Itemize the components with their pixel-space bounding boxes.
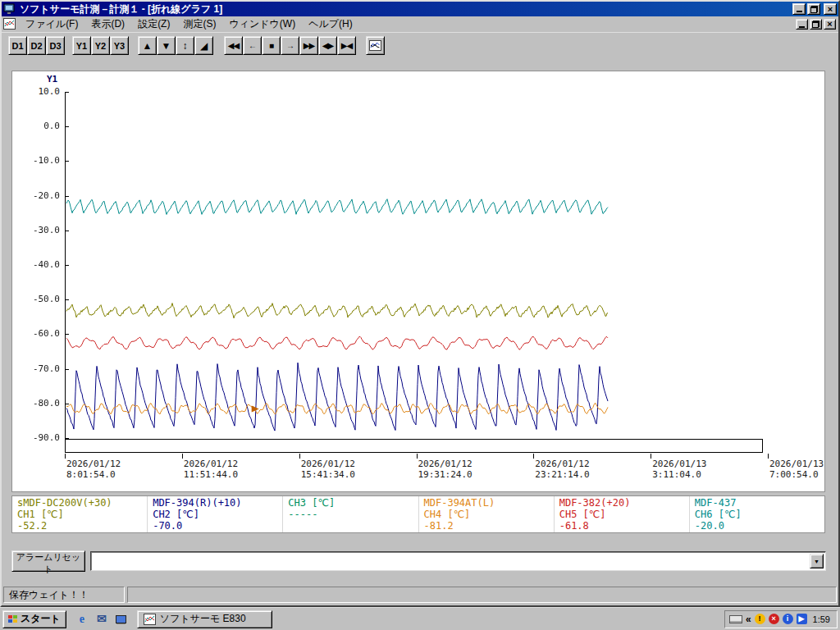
restore-icon <box>810 6 818 13</box>
mini-graph-icon <box>369 40 381 51</box>
menu-window[interactable]: ウィンドウ(W) <box>222 16 302 34</box>
legend-channel-ch3: CH3 [℃]----- <box>283 496 418 532</box>
legend-channel-ch6: MDF-437CH6 [℃]-20.0 <box>690 496 824 532</box>
chevron-down-icon: ▼ <box>814 559 819 564</box>
mdi-minimize-icon <box>799 26 805 28</box>
menu-measure[interactable]: 測定(S) <box>176 16 222 34</box>
tray-icons: «!×i▶ <box>729 614 807 625</box>
y2-button[interactable]: Y2 <box>91 36 110 55</box>
mdi-restore-button[interactable] <box>810 19 822 30</box>
y-axis-tick-label: -60.0 <box>16 328 60 339</box>
security-alert-icon[interactable]: × <box>769 614 779 624</box>
start-label: スタート <box>21 612 61 626</box>
mdi-close-button[interactable]: × <box>824 19 836 30</box>
mdi-restore-icon <box>812 21 819 28</box>
y3-button[interactable]: Y3 <box>110 36 129 55</box>
auto-scale-button[interactable]: ◢ <box>194 36 213 55</box>
system-tray: «!×i▶ 1:59 <box>724 610 838 628</box>
x-axis-tick-label: 2026/01/1215:41:34.0 <box>301 459 355 480</box>
app-icon <box>3 3 16 15</box>
stop-button[interactable]: ■ <box>262 36 281 55</box>
internet-explorer-icon[interactable]: e <box>73 610 91 628</box>
y-axis-label: Y1 <box>47 74 57 84</box>
alarm-combobox[interactable]: ▼ <box>90 551 826 571</box>
y-axis-tick-label: -80.0 <box>16 398 60 409</box>
zoom-in-time-button[interactable]: ▶◀ <box>337 36 356 55</box>
menu-help[interactable]: ヘルプ(H) <box>302 16 359 34</box>
task-label: ソフトサーモ E830 <box>160 612 246 626</box>
d-button-group: D1D2D3 <box>8 36 65 55</box>
menu-bar: ファイル(F)表示(D)設定(Z)測定(S)ウィンドウ(W)ヘルプ(H) × <box>2 16 838 32</box>
media-player-icon[interactable]: ▶ <box>797 614 807 624</box>
quick-launch: e✉ <box>73 610 130 628</box>
x-axis-tick-mark <box>65 454 66 459</box>
windows-flag-icon <box>8 615 17 623</box>
zoom-out-time-button[interactable]: ◀▶ <box>318 36 337 55</box>
chart-canvas[interactable] <box>65 92 769 439</box>
toolbar: D1D2D3 Y1Y2Y3 ▲▼↕◢ ◀◀←■→▶▶◀▶▶◀ <box>2 32 838 57</box>
x-axis-tick-mark <box>768 454 769 459</box>
restore-button[interactable] <box>807 3 820 15</box>
minimize-button[interactable] <box>792 3 806 15</box>
mdi-minimize-button[interactable] <box>796 19 808 30</box>
y-button-group: Y1Y2Y3 <box>72 36 129 55</box>
x-axis-tick-label: 2026/01/1219:31:24.0 <box>418 459 472 480</box>
graph-display-button[interactable] <box>366 36 385 55</box>
combo-dropdown-button[interactable]: ▼ <box>810 554 824 568</box>
y-axis-tick-label: -50.0 <box>16 294 60 304</box>
legend-channel-ch2: MDF-394(R)(+10)CH2 [℃]-70.0 <box>148 496 283 532</box>
status-spacer <box>127 587 837 603</box>
start-button[interactable]: スタート <box>2 610 66 628</box>
d3-button[interactable]: D3 <box>46 36 65 55</box>
taskbar-task-button[interactable]: ソフトサーモ E830 <box>137 610 272 628</box>
taskbar: スタート e✉ ソフトサーモ E830 «!×i▶ 1:59 <box>0 607 840 630</box>
title-bar: ソフトサーモ計測－計測１ - [折れ線グラフ 1] × <box>2 2 838 16</box>
mail-icon[interactable]: ✉ <box>93 610 111 628</box>
hide-notification-icons-button[interactable]: « <box>746 614 751 625</box>
y-axis-tick-label: 0.0 <box>16 121 60 131</box>
scroll-up-button[interactable]: ▲ <box>138 36 157 55</box>
menu-file[interactable]: ファイル(F) <box>19 16 84 34</box>
step-back-button[interactable]: ← <box>243 36 262 55</box>
legend-channel-ch5: MDF-382(+20)CH5 [℃]-61.8 <box>555 496 690 532</box>
clock[interactable]: 1:59 <box>813 614 830 624</box>
legend-channel-ch4: MDF-394AT(L)CH4 [℃]-81.2 <box>419 496 555 532</box>
x-axis-tick-mark <box>417 454 418 459</box>
x-axis-tick-label: 2026/01/1223:21:14.0 <box>535 459 589 480</box>
y-axis-tick-label: -10.0 <box>16 155 60 166</box>
alarm-reset-button[interactable]: アラームリセット <box>11 550 85 572</box>
rewind-button[interactable]: ◀◀ <box>224 36 243 55</box>
keyboard-icon[interactable] <box>729 615 742 623</box>
fast-forward-button[interactable]: ▶▶ <box>299 36 318 55</box>
scroll-down-button[interactable]: ▼ <box>157 36 176 55</box>
d2-button[interactable]: D2 <box>27 36 46 55</box>
menu-view[interactable]: 表示(D) <box>84 16 131 34</box>
chart-panel: Y1 10.00.0-10.0-20.0-30.0-40.0-50.0-60.0… <box>11 71 825 492</box>
line-graph-window-icon[interactable] <box>3 18 16 30</box>
x-axis-tick-label: 2026/01/1211:51:44.0 <box>184 459 238 480</box>
menu-items: ファイル(F)表示(D)設定(Z)測定(S)ウィンドウ(W)ヘルプ(H) <box>19 16 359 34</box>
information-icon[interactable]: i <box>783 614 793 624</box>
window-title: ソフトサーモ計測－計測１ - [折れ線グラフ 1] <box>20 2 222 16</box>
x-axis-tick-mark <box>299 454 300 459</box>
x-axis-tick-label: 2026/01/128:01:54.0 <box>66 459 121 480</box>
expand-vertical-button[interactable]: ↕ <box>176 36 194 55</box>
show-desktop-icon[interactable] <box>112 610 130 628</box>
x-axis-tick-mark <box>533 454 534 459</box>
menu-settings[interactable]: 設定(Z) <box>131 16 176 34</box>
step-forward-button[interactable]: → <box>281 36 299 55</box>
playback-button-group: ◀◀←■→▶▶◀▶▶◀ <box>224 36 356 55</box>
x-axis-tick-mark <box>651 454 651 459</box>
y1-button[interactable]: Y1 <box>72 36 91 55</box>
x-axis-tick-label: 2026/01/133:11:04.0 <box>652 459 706 480</box>
close-button[interactable]: × <box>824 3 837 15</box>
y-axis-tick-label: -20.0 <box>16 190 60 201</box>
taskbar-app-icon <box>144 614 156 625</box>
legend-panel: sMDF-DC200V(+30)CH1 [℃]-52.2MDF-394(R)(+… <box>11 495 825 533</box>
y-axis-tick-label: 10.0 <box>16 86 60 97</box>
update-alert-icon[interactable]: ! <box>755 614 765 624</box>
time-range-indicator[interactable] <box>65 439 763 453</box>
y-axis-tick-label: -90.0 <box>16 432 60 443</box>
d1-button[interactable]: D1 <box>8 36 27 55</box>
status-bar: 保存ウェイト！！ <box>2 585 838 605</box>
